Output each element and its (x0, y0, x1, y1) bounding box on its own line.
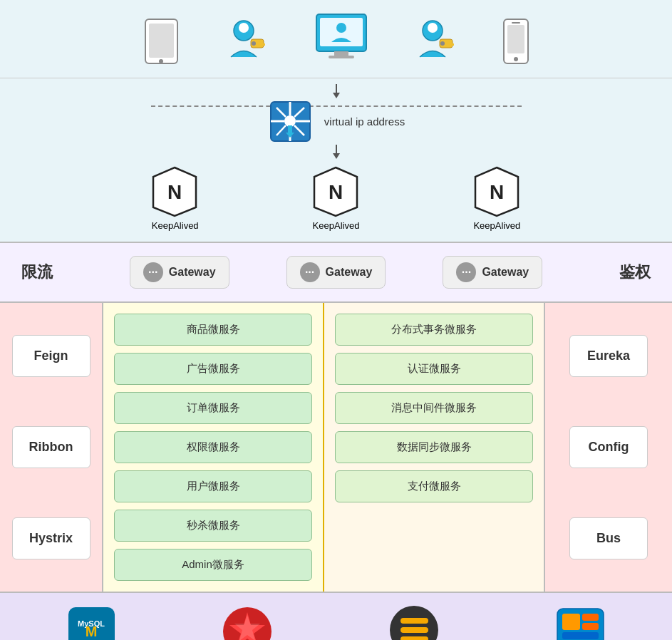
gateway-label-2: Gateway (326, 266, 373, 279)
monitor-device (313, 11, 370, 71)
user-key-left-device (224, 18, 270, 71)
keepalived-center: N KeepAlived (313, 166, 360, 231)
mobile-right-device (502, 18, 530, 71)
service-auth: 认证微服务 (335, 353, 533, 385)
service-goods: 商品微服务 (114, 314, 312, 346)
mid-left-services-col: 商品微服务 广告微服务 订单微服务 权限微服务 用户微服务 秒杀微服务 Admi… (103, 303, 324, 592)
keepalived-section: N KeepAlived N KeepAlived N KeepAlived (0, 159, 672, 243)
svg-rect-57 (562, 632, 599, 639)
service-seckill: 秒杀微服务 (114, 510, 312, 542)
service-payment: 支付微服务 (335, 470, 533, 502)
service-orders: 订单微服务 (114, 392, 312, 424)
fastdfs-item: FastDFS (554, 605, 607, 641)
gateway-dot-1: ··· (143, 262, 163, 282)
hystrix-box: Hystrix (12, 517, 91, 559)
mysql-icon: MySQL M (65, 604, 118, 640)
service-users: 用户微服务 (114, 470, 312, 502)
services-section: Feign Ribbon Hystrix 商品微服务 广告微服务 订单微服务 权… (0, 303, 672, 593)
client-devices-section (0, 0, 672, 78)
elasticsearch-item: ElasticSearch集群 (377, 604, 452, 640)
mysql-item: MySQL M MySQL 集群 (65, 604, 118, 640)
fastdfs-icon (554, 605, 607, 641)
svg-rect-55 (582, 614, 599, 621)
svg-point-6 (252, 41, 256, 46)
svg-rect-56 (582, 623, 599, 630)
config-box: Config (569, 426, 648, 468)
svg-point-17 (440, 41, 445, 46)
svg-rect-7 (259, 43, 262, 47)
service-datasync: 数据同步微服务 (335, 431, 533, 463)
svg-rect-52 (400, 636, 428, 640)
svg-point-22 (514, 57, 518, 61)
redis-icon (221, 605, 274, 641)
svg-rect-50 (400, 618, 428, 624)
elasticsearch-icon (388, 604, 441, 640)
svg-rect-12 (329, 56, 354, 58)
svg-text:N: N (167, 181, 182, 203)
gateway-button-3[interactable]: ··· Gateway (443, 256, 542, 289)
service-ads: 广告微服务 (114, 353, 312, 385)
svg-point-2 (159, 59, 163, 63)
svg-rect-18 (448, 43, 450, 47)
svg-point-25 (284, 115, 296, 127)
gateway-dot-3: ··· (456, 262, 476, 282)
vip-section: virtual ip address (0, 78, 672, 159)
keepalived-center-label: KeepAlived (313, 220, 360, 231)
gateway-button-1[interactable]: ··· Gateway (130, 256, 229, 289)
left-services-col: Feign Ribbon Hystrix (0, 303, 103, 592)
svg-rect-8 (263, 43, 265, 46)
svg-text:M: M (86, 624, 98, 639)
gateway-label-3: Gateway (482, 266, 529, 279)
svg-rect-11 (334, 51, 348, 56)
auth-label: 鉴权 (594, 262, 651, 283)
arrow-to-vip (333, 84, 340, 98)
service-permissions: 权限微服务 (114, 431, 312, 463)
tablet-left-device (142, 18, 181, 71)
arrow-vip-to-keepalived (333, 145, 340, 159)
svg-rect-1 (149, 24, 174, 58)
svg-rect-54 (562, 614, 580, 630)
rate-limit-label: 限流 (21, 262, 78, 283)
gateway-button-2[interactable]: ··· Gateway (286, 256, 386, 289)
bus-box: Bus (569, 517, 648, 559)
keepalived-right-label: KeepAlived (473, 220, 520, 231)
service-admin: Admin微服务 (114, 549, 312, 581)
user-key-right-device (413, 18, 459, 71)
gateway-label-1: Gateway (169, 266, 216, 279)
vip-row: virtual ip address (267, 98, 405, 145)
svg-rect-19 (452, 43, 454, 46)
svg-point-15 (428, 23, 438, 33)
keepalived-left-label: KeepAlived (152, 220, 199, 231)
svg-text:N: N (490, 181, 504, 203)
gateway-dot-2: ··· (300, 262, 320, 282)
svg-text:N: N (329, 181, 343, 203)
service-dtx: 分布式事务微服务 (335, 314, 533, 346)
eureka-box: Eureka (569, 335, 648, 377)
svg-rect-51 (400, 627, 428, 633)
redis-item: Redis Cluster (220, 605, 276, 641)
gateway-section: 限流 ··· Gateway ··· Gateway ··· Gateway 鉴… (0, 243, 672, 303)
svg-point-13 (336, 23, 346, 33)
ribbon-box: Ribbon (12, 426, 91, 468)
svg-point-4 (239, 23, 249, 33)
svg-rect-35 (288, 125, 292, 134)
svg-rect-21 (507, 25, 524, 53)
keepalived-right: N KeepAlived (473, 166, 520, 231)
vip-label: virtual ip address (324, 115, 405, 128)
keepalived-left: N KeepAlived (152, 166, 199, 231)
router-icon (267, 98, 314, 145)
infra-section: MySQL M MySQL 集群 Redis Cluster ElasticSe… (0, 593, 672, 640)
service-mq: 消息中间件微服务 (335, 392, 533, 424)
feign-box: Feign (12, 335, 91, 377)
right-services-col: Eureka Config Bus (545, 303, 672, 592)
svg-rect-23 (512, 22, 520, 24)
mid-right-services-col: 分布式事务微服务 认证微服务 消息中间件微服务 数据同步微服务 支付微服务 (324, 303, 545, 592)
gateway-buttons-group: ··· Gateway ··· Gateway ··· Gateway (130, 256, 542, 289)
